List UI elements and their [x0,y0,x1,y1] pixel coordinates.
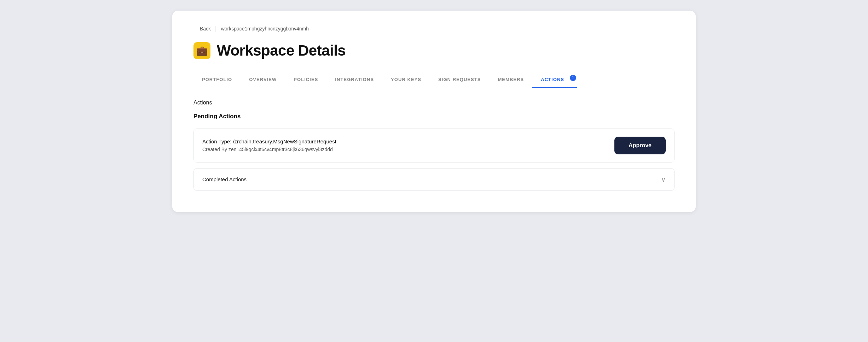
completed-label: Completed Actions [202,176,247,182]
approve-button[interactable]: Approve [614,137,666,154]
action-info: Action Type: /zrchain.treasury.MsgNewSig… [202,138,336,152]
page-header: 💼 Workspace Details [193,42,675,59]
back-arrow-icon: ← Back [193,26,211,32]
back-button[interactable]: ← Back [193,26,211,32]
tab-overview[interactable]: OVERVIEW [241,72,285,88]
tab-your-keys[interactable]: YOUR KEYS [382,72,430,88]
pending-actions-title: Pending Actions [193,113,675,120]
section-title: Actions [193,99,675,106]
tab-members[interactable]: MEMBERS [489,72,532,88]
chevron-down-icon: ∨ [661,176,666,183]
tab-integrations[interactable]: INTEGRATIONS [326,72,382,88]
main-card: ← Back | workspace1mphgzyhncnzyggfxmv4nm… [172,11,696,212]
workspace-id: workspace1mphgzyhncnzyggfxmv4nmh [221,26,309,32]
tab-portfolio[interactable]: PORTFOLIO [193,72,241,88]
page-title: Workspace Details [217,42,346,59]
briefcase-icon: 💼 [193,42,210,59]
tab-actions[interactable]: ACTIONS 1 [532,72,577,88]
actions-badge: 1 [570,75,576,81]
tabs-row: PORTFOLIO OVERVIEW POLICIES INTEGRATIONS… [193,72,675,88]
action-card: Action Type: /zrchain.treasury.MsgNewSig… [193,129,675,163]
action-creator: Created By zen145l9gclx4t6cv4mp8tr3c8jk6… [202,147,336,152]
content-area: Actions Pending Actions Action Type: /zr… [193,88,675,191]
completed-actions-section[interactable]: Completed Actions ∨ [193,168,675,191]
tab-sign-requests[interactable]: SIGN REQUESTS [430,72,489,88]
tab-policies[interactable]: POLICIES [285,72,326,88]
breadcrumb: ← Back | workspace1mphgzyhncnzyggfxmv4nm… [193,25,675,32]
breadcrumb-divider: | [215,25,217,32]
action-type: Action Type: /zrchain.treasury.MsgNewSig… [202,138,336,144]
